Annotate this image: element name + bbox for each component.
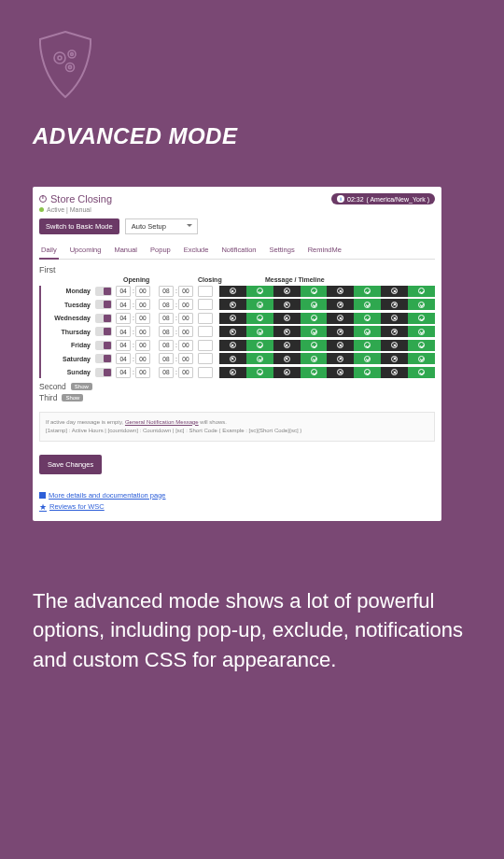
closing-hour-input[interactable]: 08 bbox=[159, 353, 174, 364]
third-show-button[interactable]: Show bbox=[62, 394, 83, 401]
docs-link[interactable]: More details and documentation page bbox=[39, 491, 435, 500]
closing-min-input[interactable]: 00 bbox=[178, 299, 193, 310]
opening-hour-input[interactable]: 04 bbox=[116, 367, 131, 378]
section-third-title: Third bbox=[39, 393, 57, 402]
tab-exclude[interactable]: Exclude bbox=[182, 242, 211, 259]
opening-hour-input[interactable]: 04 bbox=[116, 326, 131, 337]
open-icon bbox=[418, 342, 425, 348]
closing-min-input[interactable]: 00 bbox=[178, 326, 193, 337]
timeline-seg bbox=[273, 299, 301, 310]
timeline-seg bbox=[301, 326, 328, 337]
opening-hour-input[interactable]: 04 bbox=[116, 299, 131, 310]
timeline-seg bbox=[273, 340, 301, 351]
svg-point-2 bbox=[68, 50, 76, 58]
tab-upcoming[interactable]: Upcoming bbox=[68, 242, 104, 259]
day-toggle[interactable] bbox=[95, 327, 112, 336]
save-changes-button[interactable]: Save Changes bbox=[39, 455, 102, 474]
closed-icon bbox=[391, 369, 398, 375]
message-input[interactable] bbox=[198, 340, 213, 351]
star-icon: ★ bbox=[39, 502, 47, 512]
timezone-pill[interactable]: i 02:32 ( America/New_York ) bbox=[331, 193, 435, 204]
reviews-link[interactable]: ★Reviews for WSC bbox=[39, 502, 435, 512]
message-input[interactable] bbox=[198, 353, 213, 364]
day-label: Wednesday bbox=[41, 315, 95, 321]
note-text-a: If active day message is empty, bbox=[46, 419, 125, 425]
closing-min-input[interactable]: 00 bbox=[178, 353, 193, 364]
closing-min-input[interactable]: 00 bbox=[178, 313, 193, 324]
day-toggle[interactable] bbox=[95, 314, 112, 323]
day-row: Thursday04:0008:00 bbox=[41, 326, 435, 337]
opening-min-input[interactable]: 00 bbox=[135, 353, 150, 364]
opening-hour-input[interactable]: 04 bbox=[116, 286, 131, 297]
auto-setup-select[interactable]: Auto Setup bbox=[125, 218, 198, 234]
timeline-seg bbox=[408, 340, 435, 351]
closed-icon bbox=[337, 329, 343, 335]
opening-hour-input[interactable]: 04 bbox=[116, 353, 131, 364]
closing-hour-input[interactable]: 08 bbox=[159, 340, 174, 351]
timeline bbox=[219, 326, 435, 337]
switch-to-basic-button[interactable]: Switch to Basic Mode bbox=[39, 218, 119, 234]
opening-min-input[interactable]: 00 bbox=[135, 367, 150, 378]
timeline-seg bbox=[273, 313, 301, 324]
timeline-seg bbox=[301, 340, 328, 351]
message-input[interactable] bbox=[198, 286, 213, 297]
closing-min-input[interactable]: 00 bbox=[178, 367, 193, 378]
message-input[interactable] bbox=[198, 367, 213, 378]
timeline-seg bbox=[219, 313, 246, 324]
closed-icon bbox=[284, 356, 290, 362]
closing-hour-input[interactable]: 08 bbox=[159, 367, 174, 378]
day-label: Friday bbox=[41, 342, 95, 348]
opening-min-input[interactable]: 00 bbox=[135, 313, 150, 324]
timeline-seg bbox=[301, 299, 328, 310]
svg-point-3 bbox=[71, 53, 74, 56]
opening-min-input[interactable]: 00 bbox=[135, 340, 150, 351]
svg-point-5 bbox=[68, 65, 71, 68]
closing-hour-input[interactable]: 08 bbox=[159, 286, 174, 297]
closed-icon bbox=[284, 288, 290, 294]
closed-icon bbox=[337, 302, 343, 308]
opening-min-input[interactable]: 00 bbox=[135, 286, 150, 297]
open-icon bbox=[311, 329, 317, 335]
opening-min-input[interactable]: 00 bbox=[135, 326, 150, 337]
message-input[interactable] bbox=[198, 326, 213, 337]
tab-popup[interactable]: Popup bbox=[148, 242, 173, 259]
open-icon bbox=[257, 329, 263, 335]
timeline-seg bbox=[246, 353, 273, 364]
tab-daily[interactable]: Daily bbox=[39, 242, 59, 260]
day-row: Monday04:0008:00 bbox=[41, 286, 435, 297]
day-toggle[interactable] bbox=[95, 287, 112, 296]
timeline-seg bbox=[219, 353, 246, 364]
day-toggle[interactable] bbox=[95, 341, 112, 350]
day-row: Tuesday04:0008:00 bbox=[41, 299, 435, 310]
second-show-button[interactable]: Show bbox=[71, 383, 92, 390]
closing-hour-input[interactable]: 08 bbox=[159, 313, 174, 324]
opening-min-input[interactable]: 00 bbox=[135, 299, 150, 310]
tab-bar: Daily Upcoming Manual Popup Exclude Noti… bbox=[39, 242, 435, 260]
message-input[interactable] bbox=[198, 299, 213, 310]
general-notification-link[interactable]: General Notification Message bbox=[125, 419, 199, 425]
tab-manual[interactable]: Manual bbox=[112, 242, 139, 259]
message-input[interactable] bbox=[198, 313, 213, 324]
timeline-seg bbox=[301, 313, 328, 324]
closed-icon bbox=[230, 302, 236, 308]
closed-icon bbox=[284, 302, 290, 308]
timeline-seg bbox=[408, 353, 435, 364]
opening-hour-input[interactable]: 04 bbox=[116, 313, 131, 324]
timeline-seg bbox=[408, 313, 435, 324]
timeline-seg bbox=[381, 286, 408, 297]
day-toggle[interactable] bbox=[95, 354, 112, 363]
opening-hour-input[interactable]: 04 bbox=[116, 340, 131, 351]
closing-hour-input[interactable]: 08 bbox=[159, 299, 174, 310]
tab-remindme[interactable]: RemindMe bbox=[306, 242, 343, 259]
tab-settings[interactable]: Settings bbox=[268, 242, 297, 259]
day-toggle[interactable] bbox=[95, 368, 112, 377]
open-icon bbox=[257, 315, 263, 321]
closing-min-input[interactable]: 00 bbox=[178, 286, 193, 297]
day-toggle[interactable] bbox=[95, 300, 112, 309]
timeline bbox=[219, 313, 435, 324]
closed-icon bbox=[391, 288, 398, 294]
timeline-seg bbox=[327, 286, 354, 297]
tab-notification[interactable]: Notification bbox=[219, 242, 258, 259]
closing-min-input[interactable]: 00 bbox=[178, 340, 193, 351]
closing-hour-input[interactable]: 08 bbox=[159, 326, 174, 337]
